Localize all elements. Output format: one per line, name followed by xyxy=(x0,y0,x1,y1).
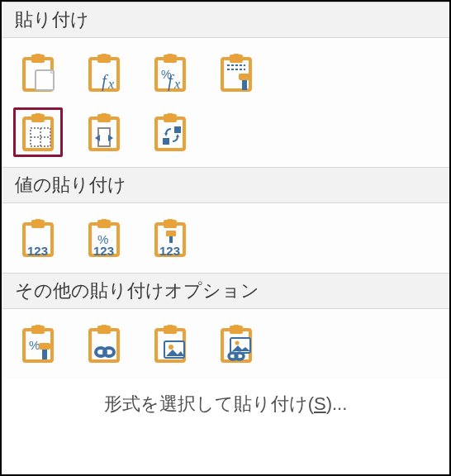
paste-values-icon xyxy=(19,219,57,257)
paste-options-row xyxy=(2,38,449,107)
paste-formulas-number-formatting-icon xyxy=(151,54,189,92)
paste-transpose-icon xyxy=(151,113,189,151)
paste-formulas-button[interactable] xyxy=(79,48,129,98)
paste-keep-source-formatting-icon xyxy=(217,54,255,92)
paste-picture-icon xyxy=(151,325,189,363)
paste-formulas-icon xyxy=(85,54,123,92)
paste-linked-picture-button[interactable] xyxy=(211,319,261,369)
paste-options-row-2 xyxy=(2,107,449,167)
paste-values-source-formatting-button[interactable] xyxy=(145,213,195,263)
paste-special-menu-item[interactable]: 形式を選択して貼り付け(S)... xyxy=(2,378,449,425)
paste-values-button[interactable] xyxy=(13,213,63,263)
paste-button[interactable] xyxy=(13,48,63,98)
paste-transpose-button[interactable] xyxy=(145,107,195,157)
paste-keep-source-formatting-button[interactable] xyxy=(211,48,261,98)
paste-special-label-pre: 形式を選択して貼り付け( xyxy=(104,393,314,414)
paste-no-borders-button[interactable] xyxy=(13,107,63,157)
paste-formatting-icon xyxy=(19,325,57,363)
paste-no-borders-icon xyxy=(19,113,57,151)
paste-special-label-post: )... xyxy=(326,393,348,414)
section-header-paste: 貼り付け xyxy=(2,2,449,38)
paste-icon xyxy=(19,54,57,92)
paste-picture-button[interactable] xyxy=(145,319,195,369)
other-options-row xyxy=(2,309,449,378)
section-header-values: 値の貼り付け xyxy=(2,167,449,203)
paste-values-number-formatting-button[interactable] xyxy=(79,213,129,263)
paste-values-number-formatting-icon xyxy=(85,219,123,257)
paste-keep-column-widths-button[interactable] xyxy=(79,107,129,157)
paste-values-source-formatting-icon xyxy=(151,219,189,257)
paste-keep-column-widths-icon xyxy=(85,113,123,151)
paste-formulas-number-formatting-button[interactable] xyxy=(145,48,195,98)
paste-linked-picture-icon xyxy=(217,325,255,363)
values-options-row xyxy=(2,203,449,273)
paste-link-icon xyxy=(85,325,123,363)
paste-formatting-button[interactable] xyxy=(13,319,63,369)
paste-special-shortcut: S xyxy=(314,393,326,414)
paste-link-button[interactable] xyxy=(79,319,129,369)
section-header-other: その他の貼り付けオプション xyxy=(2,273,449,309)
